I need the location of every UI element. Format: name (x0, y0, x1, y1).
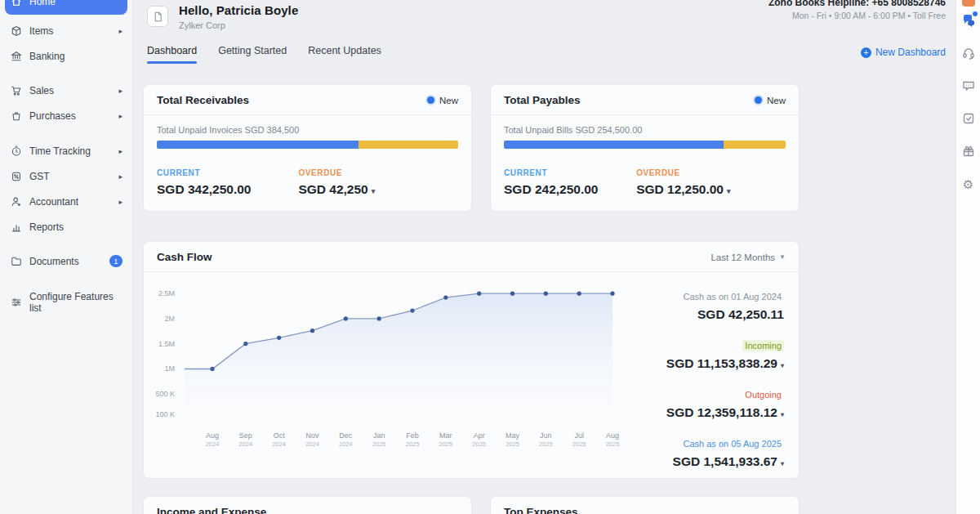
chevron-right-icon: ▸ (118, 27, 122, 35)
chart-data-point[interactable] (210, 367, 214, 371)
receivables-progress-fill (157, 141, 359, 149)
feedback-icon[interactable] (961, 78, 976, 93)
chevron-down-icon: ▼ (779, 253, 786, 261)
sidebar-item-documents[interactable]: Documents1 (5, 248, 127, 274)
cashflow-stats: Cash as on 01 Aug 2024SGD 42,250.11Incom… (644, 279, 791, 478)
chart-data-point[interactable] (277, 336, 281, 340)
x-axis-month: Jul (574, 431, 584, 440)
chevron-right-icon: ▸ (118, 198, 122, 206)
receivables-subtitle: Total Unpaid Invoices SGD 384,500 (157, 125, 458, 135)
chart-data-point[interactable] (544, 292, 548, 296)
receivables-new-badge: New (427, 96, 458, 105)
tab-getting-started[interactable]: Getting Started (218, 45, 287, 64)
cash-flow-card: Cash Flow Last 12 Months ▼ 2.5M2M1.5M1M5… (144, 242, 799, 478)
notification-dot (972, 11, 978, 17)
cashflow-stat-outgoing: OutgoingSGD 12,359,118.12▾ (644, 387, 784, 420)
sidebar-item-label: Reports (29, 221, 64, 233)
receivables-overdue-value[interactable]: SGD 42,250▾ (298, 182, 439, 197)
sidebar-item-home[interactable]: Home (5, 0, 127, 15)
main-content: Hello, Patricia Boyle Zylker Corp Zoho B… (133, 0, 956, 514)
x-axis-year: 2025 (606, 440, 620, 448)
chart-data-point[interactable] (510, 292, 514, 296)
support-icon[interactable] (961, 46, 976, 60)
tasks-icon[interactable] (961, 111, 976, 126)
y-axis-tick: 2M (164, 315, 175, 323)
payables-current-value: SGD 242,250.00 (504, 182, 636, 197)
sidebar-item-sales[interactable]: Sales▸ (5, 78, 127, 103)
chevron-down-icon: ▾ (781, 362, 784, 369)
stat-value[interactable]: SGD 12,359,118.12▾ (644, 405, 784, 420)
settings-icon[interactable]: ⚙ (961, 177, 976, 191)
x-axis-year: 2025 (506, 440, 519, 448)
chevron-right-icon: ▸ (118, 87, 122, 95)
new-dashboard-label: New Dashboard (875, 47, 946, 58)
receivables-current-label: CURRENT (157, 168, 298, 177)
stat-value[interactable]: SGD 11,153,838.29▾ (644, 356, 784, 371)
new-dashboard-button[interactable]: + New Dashboard (861, 47, 946, 58)
sidebar-item-items[interactable]: Items▸ (5, 18, 127, 43)
y-axis-tick: 100 K (155, 410, 175, 418)
x-axis-month: Aug (606, 431, 619, 440)
chart-data-point[interactable] (377, 316, 381, 320)
chart-data-point[interactable] (610, 292, 614, 296)
cashflow-range-dropdown[interactable]: Last 12 Months ▼ (710, 253, 786, 262)
payables-overdue-value[interactable]: SGD 12,250.00▾ (636, 182, 768, 197)
sidebar-item-purchases[interactable]: Purchases▸ (5, 103, 127, 128)
sidebar-item-gst[interactable]: GST▸ (5, 163, 127, 189)
receivables-title: Total Receivables (157, 94, 249, 106)
chart-data-point[interactable] (310, 329, 314, 333)
chart-data-point[interactable] (443, 295, 448, 299)
sidebar-item-time-tracking[interactable]: Time Tracking▸ (5, 138, 127, 163)
cashflow-stat-cash-as-on-05-aug-2025: Cash as on 05 Aug 2025SGD 1,541,933.67▾ (644, 436, 784, 469)
range-label: Last 12 Months (710, 253, 775, 262)
chart-data-point[interactable] (577, 292, 581, 296)
whats-new-icon[interactable] (961, 144, 976, 159)
stat-label: Incoming (742, 340, 784, 351)
promo-icon[interactable] (962, 0, 975, 7)
x-axis-month: Nov (305, 431, 319, 440)
y-axis-tick: 1.5M (158, 340, 175, 348)
y-axis-tick: 2.5M (158, 289, 175, 297)
income-expense-title: Income and Expense (157, 506, 266, 514)
chart-data-point[interactable] (477, 292, 481, 296)
purchases-icon (10, 110, 22, 122)
chart-data-point[interactable] (410, 308, 414, 312)
sidebar-item-label: Banking (29, 51, 65, 62)
top-expenses-title: Top Expenses (504, 506, 578, 514)
sidebar-item-label: Accountant (29, 196, 78, 208)
tab-recent-updates[interactable]: Recent Updates (308, 45, 381, 64)
tab-dashboard[interactable]: Dashboard (147, 45, 197, 64)
payables-current-label: CURRENT (504, 168, 636, 177)
sidebar-item-configure-features-list[interactable]: Configure Features list (5, 289, 127, 315)
x-axis-year: 2024 (339, 440, 353, 448)
payables-subtitle: Total Unpaid Bills SGD 254,500.00 (504, 125, 786, 135)
help-chat-icon[interactable] (961, 13, 976, 28)
chevron-down-icon: ▾ (727, 187, 731, 195)
sidebar: HomeItems▸BankingSales▸Purchases▸Time Tr… (0, 0, 133, 514)
x-axis-month: Jan (373, 431, 385, 440)
chart-data-point[interactable] (243, 342, 247, 346)
sidebar-item-accountant[interactable]: Accountant▸ (5, 189, 127, 214)
x-axis-month: Dec (339, 431, 353, 440)
sidebar-items: HomeItems▸BankingSales▸Purchases▸Time Tr… (5, 0, 127, 315)
banking-icon (10, 50, 22, 62)
receivables-current-value: SGD 342,250.00 (157, 182, 298, 197)
sidebar-item-label: Items (29, 25, 53, 37)
cashflow-stat-cash-as-on-01-aug-2024: Cash as on 01 Aug 2024SGD 42,250.11 (644, 288, 784, 322)
y-axis-tick: 500 K (155, 390, 175, 398)
x-axis-month: Jun (540, 431, 552, 440)
sidebar-item-reports[interactable]: Reports (5, 214, 127, 239)
payables-overdue-label: OVERDUE (636, 168, 768, 177)
new-dot-icon (755, 96, 762, 104)
reports-icon (10, 221, 22, 233)
x-axis-month: Feb (406, 431, 419, 440)
chart-data-point[interactable] (344, 316, 348, 320)
helpline-number: Zoho Books Helpline: +65 8008528746 (768, 0, 946, 8)
chevron-down-icon: ▾ (372, 187, 376, 195)
stat-value: SGD 42,250.11 (644, 307, 784, 322)
top-expenses-card: Top Expenses (491, 497, 799, 514)
stat-value[interactable]: SGD 1,541,933.67▾ (644, 454, 784, 469)
cashflow-title: Cash Flow (157, 251, 212, 263)
sidebar-item-banking[interactable]: Banking (5, 43, 127, 69)
payables-new-badge: New (755, 96, 786, 105)
